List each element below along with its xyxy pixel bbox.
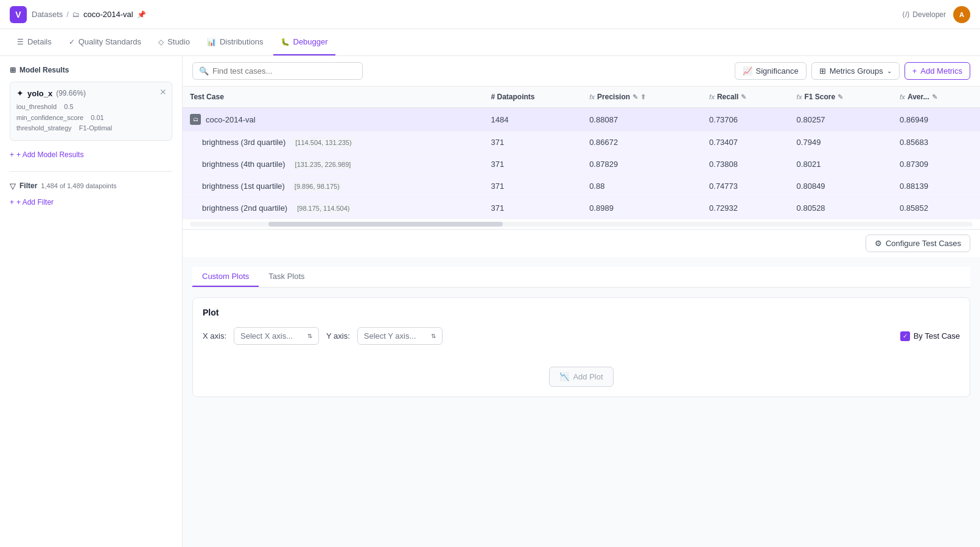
bottom-section: Custom Plots Task Plots Plot X axis: Sel… [183,257,980,547]
breadcrumb: Datasets / 🗂 coco-2014-val 📌 [32,10,146,19]
add-filter-button[interactable]: + + Add Filter [10,196,172,209]
significance-button[interactable]: 📈 Significance [735,62,807,80]
test-case-cell: 🗂 coco-2014-val [183,108,483,132]
subtabs: Custom Plots Task Plots [192,267,970,288]
topbar-right: ⟨/⟩ Developer A [902,6,970,23]
plus-filter-icon: + [10,198,14,206]
tab-details[interactable]: ☰ Details [10,29,59,55]
precision-cell: 0.88087 [582,108,702,132]
tab-distributions[interactable]: 📊 Distributions [200,29,271,55]
filter-icon: ▽ [10,182,16,191]
col-recall: fx Recall ✎ [702,86,789,108]
table-row[interactable]: 🗂 coco-2014-val 1484 0.88087 0.73706 0.8… [183,108,980,132]
col-datapoints: # Datapoints [483,86,582,108]
search-input[interactable] [212,66,356,76]
developer-button[interactable]: ⟨/⟩ Developer [902,10,946,19]
model-close-button[interactable]: ✕ [159,87,167,97]
plot-title: Plot [203,308,960,317]
chevron-down-icon: ⌄ [887,68,892,74]
results-table: Test Case # Datapoints fx Precision [183,86,980,219]
tab-quality[interactable]: ✓ Quality Standards [61,29,149,55]
chart-icon: 📉 [559,372,569,381]
table-row[interactable]: brightness (1st quartile) [9.896, 98.175… [183,175,980,197]
table-row[interactable]: brightness (4th quartile) [131.235, 226.… [183,154,980,175]
add-model-results-button[interactable]: + + Add Model Results [10,148,172,161]
table-row[interactable]: brightness (3rd quartile) [114.504, 131.… [183,132,980,154]
configure-test-cases-button[interactable]: ⚙ Configure Test Cases [866,235,970,252]
x-axis-chevron: ⇅ [307,333,312,339]
table-row[interactable]: brightness (2nd quartile) [98.175, 114.5… [183,197,980,219]
model-params: iou_threshold 0.5 min_confidence_score 0… [16,102,166,134]
configure-btn-row: ⚙ Configure Test Cases [183,229,980,257]
topbar: V Datasets / 🗂 coco-2014-val 📌 ⟨/⟩ Devel… [0,0,980,29]
by-test-case-row: ✓ By Test Case [900,331,960,341]
tabbar: ☰ Details ✓ Quality Standards ◇ Studio 📊… [0,29,980,56]
content-area: 🔍 📈 Significance ⊞ Metrics Groups ⌄ + Ad… [183,56,980,547]
significance-icon: 📈 [743,66,752,76]
model-icon: ✦ [16,88,24,98]
details-icon: ☰ [17,38,24,46]
x-axis-label: X axis: [203,331,226,341]
toolbar: 🔍 📈 Significance ⊞ Metrics Groups ⌄ + Ad… [183,56,980,86]
debugger-icon: 🐛 [281,38,290,46]
y-axis-label: Y axis: [326,331,350,341]
model-results-title: ⊞ Model Results [10,66,172,74]
subtab-custom-plots[interactable]: Custom Plots [192,267,259,287]
test-case-cell: brightness (3rd quartile) [114.504, 131.… [183,132,483,154]
horizontal-scrollbar[interactable] [190,222,973,227]
col-precision: fx Precision ✎ ⬆ [582,86,702,108]
col-test-case: Test Case [183,86,483,108]
y-axis-select[interactable]: Select Y axis... ⇅ [357,327,443,345]
configure-icon: ⚙ [875,239,882,248]
model-name: yolo_x [27,89,52,98]
datapoints-cell: 1484 [483,108,582,132]
search-icon: 🔍 [199,66,209,76]
pin-icon[interactable]: 📌 [137,10,146,19]
divider [10,171,172,172]
plus-metrics-icon: + [912,66,917,76]
breadcrumb-sep: / [66,10,69,19]
metrics-groups-button[interactable]: ⊞ Metrics Groups ⌄ [811,62,900,80]
quality-icon: ✓ [69,38,75,46]
x-axis-select[interactable]: Select X axis... ⇅ [234,327,319,345]
model-results-icon: ⊞ [10,66,16,74]
add-metrics-button[interactable]: + Add Metrics [905,62,970,80]
breadcrumb-datasets[interactable]: Datasets [32,10,63,19]
tab-studio[interactable]: ◇ Studio [151,29,197,55]
average-cell: 0.86949 [892,108,980,132]
avatar[interactable]: A [953,6,970,23]
col-f1-score: fx F1 Score ✎ [789,86,892,108]
filter-section: ▽ Filter 1,484 of 1,489 datapoints [10,182,172,191]
filter-count: 1,484 of 1,489 datapoints [41,182,116,189]
test-case-cell: brightness (1st quartile) [9.896, 98.175… [183,175,483,197]
y-axis-chevron: ⇅ [431,333,436,339]
plot-section: Plot X axis: Select X axis... ⇅ Y axis: … [192,297,970,397]
recall-cell: 0.73706 [702,108,789,132]
add-plot-button[interactable]: 📉 Add Plot [549,367,613,387]
subtab-task-plots[interactable]: Task Plots [259,267,314,287]
main-layout: ⊞ Model Results ✦ yolo_x (99.66%) iou_th… [0,56,980,547]
tab-debugger[interactable]: 🐛 Debugger [273,29,335,55]
model-card: ✦ yolo_x (99.66%) iou_threshold 0.5 min_… [10,82,172,141]
test-case-cell: brightness (2nd quartile) [98.175, 114.5… [183,197,483,219]
f1-score-cell: 0.80257 [789,108,892,132]
test-case-cell: brightness (4th quartile) [131.235, 226.… [183,154,483,175]
filter-title: Filter [19,182,37,190]
axis-row: X axis: Select X axis... ⇅ Y axis: Selec… [203,327,960,345]
results-table-container: Test Case # Datapoints fx Precision [183,86,980,229]
dataset-icon: 🗂 [72,10,80,19]
by-test-case-label: By Test Case [914,331,960,341]
tc-icon: 🗂 [190,114,201,125]
breadcrumb-dataset[interactable]: coco-2014-val [83,10,133,19]
scrollbar-thumb[interactable] [268,222,503,227]
metrics-groups-icon: ⊞ [819,66,826,76]
code-icon: ⟨/⟩ [902,10,910,19]
plus-icon: + [10,150,14,159]
app-logo[interactable]: V [10,6,27,23]
model-pct: (99.66%) [56,89,86,97]
distributions-icon: 📊 [207,38,216,46]
sidebar: ⊞ Model Results ✦ yolo_x (99.66%) iou_th… [0,56,183,547]
search-box[interactable]: 🔍 [192,62,363,80]
studio-icon: ◇ [158,38,164,46]
by-test-case-checkbox[interactable]: ✓ [900,331,910,341]
